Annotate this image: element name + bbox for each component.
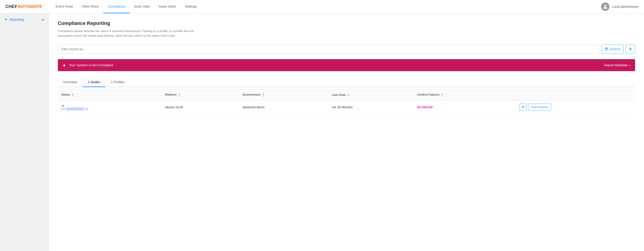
sidebar: ✦ Reporting ▶: [0, 13, 49, 251]
sidebar-arrow-icon: ▶: [42, 18, 44, 21]
node-name-blurred: [66, 107, 84, 110]
page-title: Compliance Reporting: [58, 20, 635, 26]
download-button[interactable]: [626, 44, 635, 54]
sidebar-item-reporting[interactable]: ✦ Reporting ▶: [0, 13, 49, 25]
page-description: Compliance reports describe the status o…: [58, 29, 200, 38]
col-nodes[interactable]: Nodes ▲▼: [58, 89, 161, 100]
sidebar-item-label: Reporting: [10, 17, 24, 21]
cell-platform: ubuntu 18.04: [161, 100, 239, 114]
main-content: Compliance Reporting Compliance reports …: [49, 13, 644, 251]
banner-text: Your System is Not Compliant: [69, 63, 604, 67]
filter-input-wrap: [58, 44, 599, 54]
nav-settings[interactable]: Settings: [180, 0, 201, 13]
sort-control-failures-icon[interactable]: ▲▼: [441, 93, 443, 97]
node-link[interactable]: i-0 f2: [62, 107, 158, 111]
col-control-failures[interactable]: Control Failures ▲▼: [414, 89, 516, 100]
scan-results-button[interactable]: Scan Results: [528, 104, 551, 111]
cell-environment: opsworks-demo: [239, 100, 328, 114]
nav-compliance[interactable]: Compliance: [103, 0, 130, 13]
failed-count: 62 FAILED: [417, 105, 433, 109]
report-metadata-button[interactable]: Report Metadata +: [604, 63, 631, 67]
col-platform[interactable]: Platform ▲▼: [161, 89, 239, 100]
reporting-icon: ✦: [4, 17, 7, 21]
node-name-end: f2: [86, 107, 88, 111]
nav-client-runs[interactable]: Client Runs: [77, 0, 104, 13]
nav-event-feed[interactable]: Event Feed: [51, 0, 77, 13]
app-logo: CHEFAUTOMATE: [5, 4, 42, 9]
compliance-banner: ▲ Your System is Not Compliant Report Me…: [58, 59, 635, 71]
top-nav: CHEFAUTOMATE Event Feed Client Runs Comp…: [0, 0, 644, 13]
tab-profiles[interactable]: 1 Profiles: [106, 77, 130, 87]
cell-actions: Scan Results: [516, 100, 635, 114]
node-name-start: i-0: [62, 107, 65, 111]
sort-nodes-icon[interactable]: ▲▼: [72, 93, 74, 97]
nav-links: Event Feed Client Runs Compliance Scan J…: [51, 0, 601, 13]
nav-right: Local Administrator: [601, 2, 639, 11]
tabs: Overview 1 Nodes 1 Profiles: [58, 77, 635, 87]
col-environment[interactable]: Environment ▲▼: [239, 89, 328, 100]
cell-last-scan: vor 26 Minuten: [328, 100, 414, 114]
tab-nodes[interactable]: 1 Nodes: [82, 77, 106, 87]
download-icon: [628, 47, 632, 51]
nav-scan-jobs[interactable]: Scan Jobs: [130, 0, 154, 13]
sort-platform-icon[interactable]: ▲▼: [178, 93, 180, 97]
sort-environment-icon[interactable]: ▲▼: [262, 93, 264, 97]
admin-label: Local Administrator: [612, 5, 639, 8]
filter-row: 4/25/19: [58, 44, 635, 54]
sort-last-scan-icon[interactable]: ▼: [348, 94, 350, 96]
nodes-table: Nodes ▲▼ Platform ▲▼ Environment ▲▼ La: [58, 89, 635, 114]
table-row: ▲ i-0 f2 ubuntu 18.04 opsworks-demo vor …: [58, 100, 635, 114]
tab-overview[interactable]: Overview: [58, 77, 82, 87]
cell-control-failures: 62 FAILED: [414, 100, 516, 114]
logo-automate: AUTOMATE: [17, 4, 42, 9]
filter-node-button[interactable]: [519, 104, 527, 111]
table-section: Nodes ▲▼ Platform ▲▼ Environment ▲▼ La: [58, 89, 635, 114]
action-buttons: Scan Results: [519, 104, 632, 111]
filter-input[interactable]: [61, 47, 596, 51]
cell-node-name: ▲ i-0 f2: [58, 100, 161, 114]
date-picker-button[interactable]: 4/25/19: [602, 44, 624, 54]
date-value: 4/25/19: [610, 47, 620, 51]
col-last-scan[interactable]: Last Scan ▼: [328, 89, 414, 100]
nav-asset-store[interactable]: Asset Store: [154, 0, 180, 13]
layout: ✦ Reporting ▶ Compliance Reporting Compl…: [0, 13, 644, 251]
table-header-row: Nodes ▲▼ Platform ▲▼ Environment ▲▼ La: [58, 89, 635, 100]
row-warning-icon: ▲: [62, 104, 64, 107]
col-actions: [516, 89, 635, 100]
avatar: [601, 2, 610, 11]
logo-chef: CHEF: [5, 4, 17, 9]
warning-triangle-icon: ▲: [62, 63, 66, 67]
calendar-icon: [605, 47, 608, 51]
filter-icon: [522, 106, 524, 109]
